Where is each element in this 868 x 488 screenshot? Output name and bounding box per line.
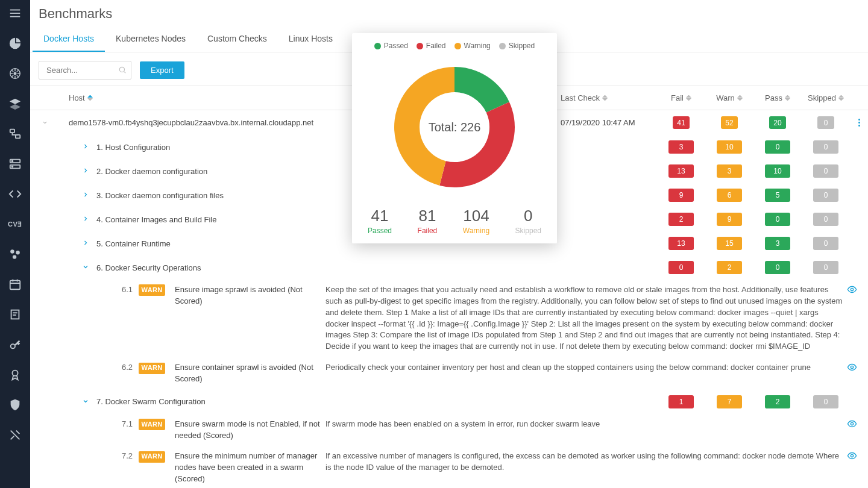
chevron-icon xyxy=(82,167,90,175)
badge: 0 xyxy=(813,237,838,250)
view-icon[interactable] xyxy=(843,419,861,429)
sidebar: CVƎ xyxy=(0,0,30,488)
svg-marker-14 xyxy=(10,104,20,110)
tab-custom-checks[interactable]: Custom Checks xyxy=(197,27,278,52)
badge: 3 xyxy=(717,164,742,178)
svg-point-23 xyxy=(13,255,16,258)
section-row[interactable]: 6. Docker Security Operations 0200 xyxy=(30,255,868,280)
section-label: 7. Docker Swarm Configuration xyxy=(96,397,657,406)
badge: 0 xyxy=(813,164,838,178)
main-content: Benchmarks Docker HostsKubernetes NodesC… xyxy=(30,0,868,488)
row-actions-icon[interactable] xyxy=(850,119,868,127)
badge: 6 xyxy=(717,189,742,202)
server-icon[interactable] xyxy=(8,157,22,171)
badge: 2 xyxy=(668,213,694,226)
search-icon xyxy=(118,66,127,74)
badge: 13 xyxy=(668,237,694,250)
col-pass[interactable]: Pass xyxy=(753,93,802,102)
col-warn[interactable]: Warn xyxy=(705,93,753,102)
host-skip-badge: 0 xyxy=(817,116,834,129)
chevron-icon xyxy=(82,398,90,406)
kubernetes-icon[interactable] xyxy=(8,66,22,81)
menu-icon[interactable] xyxy=(8,6,22,20)
layers-icon[interactable] xyxy=(8,96,22,111)
svg-line-12 xyxy=(11,75,13,77)
svg-line-10 xyxy=(17,75,19,77)
tools-icon[interactable] xyxy=(8,428,22,442)
status-pill: WARN xyxy=(139,451,165,463)
svg-point-4 xyxy=(14,72,16,75)
badge: 15 xyxy=(717,237,742,250)
badge: 0 xyxy=(765,261,790,274)
status-pill: WARN xyxy=(139,363,165,374)
check-title: Ensure swarm mode is not Enabled, if not… xyxy=(175,419,326,442)
check-row: 7.2 WARN Ensure the minimum number of ma… xyxy=(30,446,868,488)
check-title: Ensure container sprawl is avoided (Not … xyxy=(175,362,326,385)
badge: 10 xyxy=(765,164,790,178)
badge: 10 xyxy=(717,140,742,154)
integrations-icon[interactable] xyxy=(8,247,22,261)
col-fail[interactable]: Fail xyxy=(657,93,705,102)
check-title: Ensure the minimum number of manager nod… xyxy=(175,451,326,485)
search-input[interactable] xyxy=(39,61,131,80)
check-row: 7.1 WARN Ensure swarm mode is not Enable… xyxy=(30,414,868,446)
chevron-icon xyxy=(82,143,90,151)
summary-card: Passed Failed Warning Skipped Total: 226… xyxy=(352,33,557,243)
badge: 3 xyxy=(668,140,694,154)
code-icon[interactable] xyxy=(8,187,22,201)
svg-rect-15 xyxy=(10,130,14,133)
reports-icon[interactable] xyxy=(8,307,22,322)
export-button[interactable]: Export xyxy=(140,61,184,79)
svg-point-38 xyxy=(851,455,853,457)
shield-icon[interactable] xyxy=(8,398,22,412)
tab-kubernetes-nodes[interactable]: Kubernetes Nodes xyxy=(105,27,197,52)
badge: 2 xyxy=(765,395,790,408)
badge: 9 xyxy=(668,189,694,202)
tab-linux-hosts[interactable]: Linux Hosts xyxy=(278,27,344,52)
svg-point-31 xyxy=(11,344,15,348)
view-icon[interactable] xyxy=(843,284,861,295)
section-row[interactable]: 7. Docker Swarm Configuration 1720 xyxy=(30,390,868,414)
chevron-icon xyxy=(82,215,90,224)
col-last-check[interactable]: Last Check xyxy=(561,93,657,102)
expand-icon[interactable] xyxy=(30,119,59,126)
badge: 5 xyxy=(765,189,790,202)
network-icon[interactable] xyxy=(8,127,22,141)
svg-point-35 xyxy=(851,288,853,290)
summary-stats: 41Passed 81Failed 104Warning 0Skipped xyxy=(364,207,545,235)
status-pill: WARN xyxy=(139,284,165,296)
badge: 3 xyxy=(765,237,790,250)
tab-docker-hosts[interactable]: Docker Hosts xyxy=(33,27,105,52)
svg-point-32 xyxy=(12,371,17,376)
check-title: Ensure image sprawl is avoided (Not Scor… xyxy=(175,284,326,307)
badge-icon[interactable] xyxy=(8,368,22,382)
col-skipped[interactable]: Skipped xyxy=(802,93,850,102)
key-icon[interactable] xyxy=(8,337,22,352)
badge: 0 xyxy=(813,395,838,408)
section-label: 6. Docker Security Operations xyxy=(96,263,657,272)
check-number: 7.2 xyxy=(108,451,139,462)
badge: 1 xyxy=(668,395,694,408)
badge: 0 xyxy=(668,261,694,274)
svg-point-20 xyxy=(12,166,13,167)
host-pass-badge: 20 xyxy=(769,116,786,129)
host-warn-badge: 52 xyxy=(721,116,738,129)
svg-marker-13 xyxy=(10,99,20,104)
view-icon[interactable] xyxy=(843,451,861,461)
check-row: 6.2 WARN Ensure container sprawl is avoi… xyxy=(30,357,868,390)
badge: 0 xyxy=(765,140,790,154)
chart-legend: Passed Failed Warning Skipped xyxy=(364,42,545,50)
svg-point-21 xyxy=(10,249,14,253)
dashboard-icon[interactable] xyxy=(8,36,22,51)
check-number: 7.1 xyxy=(108,419,139,430)
donut-total: Total: 226 xyxy=(364,55,545,199)
badge: 0 xyxy=(813,140,838,154)
calendar-icon[interactable] xyxy=(8,277,22,292)
badge: 7 xyxy=(717,395,742,408)
svg-point-19 xyxy=(12,161,13,162)
page-title: Benchmarks xyxy=(30,0,868,27)
badge: 13 xyxy=(668,164,694,178)
view-icon[interactable] xyxy=(843,362,861,372)
cve-icon[interactable]: CVƎ xyxy=(8,217,22,231)
svg-point-33 xyxy=(119,67,124,72)
